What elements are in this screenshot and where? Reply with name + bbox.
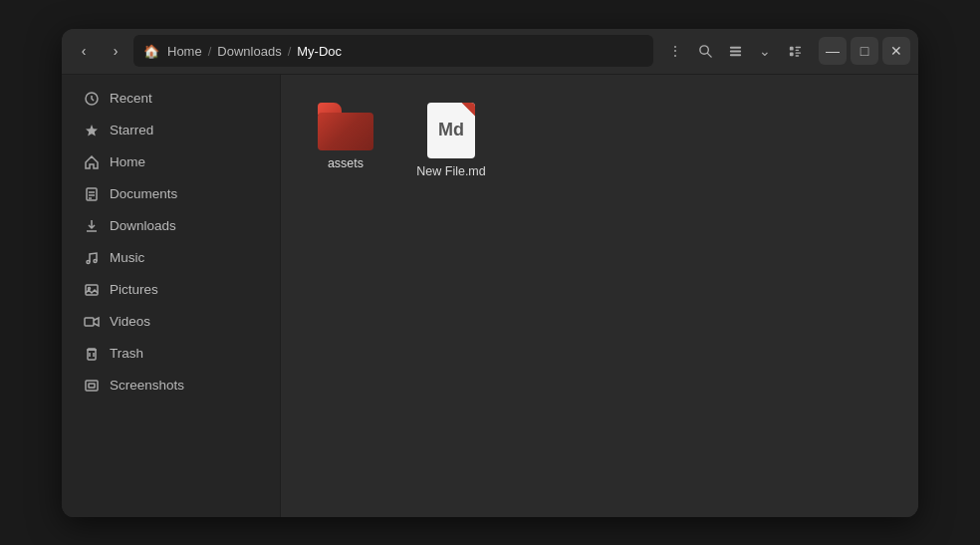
sidebar: Recent Starred Home (62, 75, 281, 517)
downloads-icon (84, 218, 100, 234)
md-symbol: Md (438, 120, 464, 140)
md-file-icon: Md (427, 103, 475, 158)
sidebar-item-videos[interactable]: Videos (68, 307, 274, 337)
search-button[interactable] (691, 37, 719, 65)
svg-rect-5 (789, 46, 793, 50)
sidebar-item-videos-label: Videos (110, 314, 150, 329)
videos-icon (84, 314, 100, 330)
breadcrumb-sep2: / (288, 44, 292, 59)
pictures-icon (84, 282, 100, 298)
sidebar-item-downloads-label: Downloads (110, 218, 176, 233)
svg-rect-6 (795, 46, 801, 47)
file-content-area: assets Md New File.md (281, 75, 918, 517)
home-icon: 🏠 (143, 44, 159, 59)
list-view-icon (728, 44, 743, 59)
svg-rect-2 (729, 46, 740, 48)
close-button[interactable]: ✕ (882, 37, 910, 65)
sidebar-item-recent[interactable]: Recent (68, 84, 274, 114)
svg-rect-10 (795, 55, 799, 56)
clock-icon (84, 91, 100, 107)
svg-rect-3 (729, 50, 740, 52)
view-list-button[interactable] (721, 37, 749, 65)
breadcrumb-downloads[interactable]: Downloads (217, 44, 281, 59)
trash-icon (84, 346, 100, 362)
svg-rect-25 (86, 381, 98, 391)
back-button[interactable]: ‹ (70, 37, 98, 65)
svg-rect-22 (88, 350, 96, 360)
sidebar-item-downloads[interactable]: Downloads (68, 211, 274, 241)
sidebar-item-trash[interactable]: Trash (68, 339, 274, 369)
file-name-assets: assets (328, 156, 364, 170)
view-compact-button[interactable] (781, 37, 809, 65)
star-icon (84, 123, 100, 138)
home-icon (84, 154, 100, 170)
search-icon (698, 44, 713, 59)
sidebar-item-home[interactable]: Home (68, 147, 274, 177)
forward-button[interactable]: › (102, 37, 129, 65)
view-toggle-button[interactable]: ⌄ (751, 37, 779, 65)
compact-view-icon (788, 44, 803, 59)
breadcrumb: 🏠 Home / Downloads / My-Doc (133, 35, 653, 67)
svg-rect-26 (89, 384, 95, 388)
svg-point-17 (87, 260, 90, 263)
file-item-new-file-md[interactable]: Md New File.md (406, 95, 496, 186)
sidebar-item-documents[interactable]: Documents (68, 179, 274, 209)
titlebar-actions: ⋮ ⌄ (661, 37, 809, 65)
sidebar-item-pictures[interactable]: Pictures (68, 275, 274, 305)
sidebar-item-screenshots-label: Screenshots (110, 378, 184, 393)
titlebar: ‹ › 🏠 Home / Downloads / My-Doc ⋮ (62, 29, 918, 75)
breadcrumb-sep1: / (208, 44, 212, 59)
svg-rect-21 (85, 318, 94, 326)
sidebar-item-pictures-label: Pictures (110, 282, 158, 297)
sidebar-item-recent-label: Recent (110, 91, 152, 106)
sidebar-item-starred[interactable]: Starred (68, 116, 274, 145)
sidebar-item-home-label: Home (110, 154, 145, 169)
maximize-button[interactable]: □ (851, 37, 878, 65)
sidebar-item-music[interactable]: Music (68, 243, 274, 273)
svg-marker-12 (86, 125, 98, 136)
svg-rect-8 (789, 52, 793, 56)
svg-point-18 (94, 259, 97, 262)
svg-rect-7 (795, 49, 799, 50)
svg-line-1 (707, 53, 711, 57)
sidebar-item-music-label: Music (110, 250, 144, 265)
music-icon (84, 250, 100, 266)
more-options-button[interactable]: ⋮ (661, 37, 689, 65)
file-name-new-file-md: New File.md (416, 164, 485, 178)
breadcrumb-home[interactable]: Home (167, 44, 202, 59)
file-item-assets[interactable]: assets (301, 95, 390, 186)
minimize-button[interactable]: — (819, 37, 847, 65)
folder-body (318, 113, 373, 150)
svg-rect-9 (795, 52, 801, 53)
screenshots-icon (84, 378, 100, 394)
svg-rect-4 (729, 54, 740, 56)
sidebar-item-trash-label: Trash (110, 346, 143, 361)
sidebar-item-starred-label: Starred (110, 123, 153, 137)
documents-icon (84, 186, 100, 202)
main-area: Recent Starred Home (62, 75, 918, 517)
file-manager-window: ‹ › 🏠 Home / Downloads / My-Doc ⋮ (62, 29, 918, 517)
folder-icon-assets (318, 103, 373, 150)
sidebar-item-documents-label: Documents (110, 186, 177, 201)
window-controls: — □ ✕ (819, 37, 910, 65)
breadcrumb-mydoc[interactable]: My-Doc (297, 44, 342, 59)
sidebar-item-screenshots[interactable]: Screenshots (68, 371, 274, 401)
